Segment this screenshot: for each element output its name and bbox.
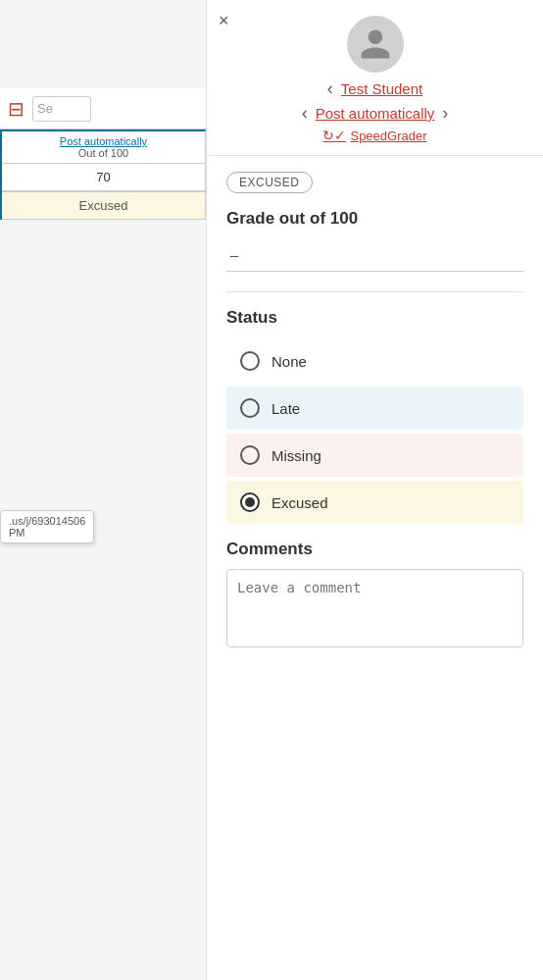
gradebook-column-header: Post automatically Out of 100 70 Excused: [0, 129, 206, 220]
divider: [226, 291, 523, 292]
status-none-label: None: [272, 353, 307, 370]
status-excused-label: Excused: [272, 494, 328, 511]
close-button[interactable]: ×: [219, 12, 229, 29]
status-option-excused[interactable]: Excused: [226, 481, 523, 524]
out-of-label: Out of 100: [10, 147, 197, 159]
tooltip-time: PM: [9, 527, 85, 539]
avatar-icon: [358, 26, 393, 62]
prev-student-button[interactable]: ‹: [327, 78, 333, 99]
student-nav: ‹ Test Student: [327, 78, 422, 99]
radio-missing: [240, 445, 260, 465]
flyout-content: EXCUSED Grade out of 100 Status None Lat…: [207, 156, 543, 667]
next-assignment-button[interactable]: ›: [442, 103, 448, 124]
gradebook-panel: ⊟ Post automatically Out of 100 70 Excus…: [0, 0, 206, 980]
post-automatically-link[interactable]: Post automatically: [60, 135, 147, 147]
assignment-nav: ‹ Post automatically ›: [302, 103, 449, 124]
radio-none: [240, 351, 260, 371]
status-option-missing[interactable]: Missing: [226, 434, 523, 477]
radio-excused: [240, 492, 260, 512]
speedgrader-label: SpeedGrader: [350, 129, 426, 143]
speedgrader-link[interactable]: ↻✓ SpeedGrader: [322, 128, 426, 143]
flyout-header: × ‹ Test Student ‹ Post automatically › …: [207, 0, 543, 156]
radio-late: [240, 398, 260, 418]
search-input[interactable]: [32, 96, 91, 122]
status-option-late[interactable]: Late: [226, 387, 523, 430]
speedgrader-icon: ↻✓: [322, 128, 346, 143]
avatar: [347, 16, 404, 73]
grade-detail-flyout: × ‹ Test Student ‹ Post automatically › …: [206, 0, 543, 980]
status-option-none[interactable]: None: [226, 339, 523, 383]
grade-section-label: Grade out of 100: [226, 209, 523, 229]
gradebook-toolbar: ⊟: [0, 88, 206, 129]
status-missing-label: Missing: [272, 447, 321, 464]
tooltip-url: .us/j/693014506: [9, 515, 85, 527]
excused-cell[interactable]: Excused: [2, 191, 205, 220]
assignment-name-link[interactable]: Post automatically: [316, 105, 435, 122]
prev-assignment-button[interactable]: ‹: [302, 103, 308, 124]
comments-section: Comments: [226, 540, 523, 651]
excused-badge: EXCUSED: [226, 172, 313, 193]
tooltip: .us/j/693014506 PM: [0, 510, 94, 543]
grade-input[interactable]: [226, 238, 523, 272]
status-late-label: Late: [272, 400, 300, 417]
student-name-link[interactable]: Test Student: [341, 80, 422, 97]
comments-textarea[interactable]: [226, 569, 523, 647]
calendar-icon: ⊟: [8, 97, 25, 121]
status-label: Status: [226, 308, 523, 328]
comments-label: Comments: [226, 540, 523, 559]
grade-cell[interactable]: 70: [2, 164, 205, 191]
column-header-cell: Post automatically Out of 100: [2, 131, 205, 164]
